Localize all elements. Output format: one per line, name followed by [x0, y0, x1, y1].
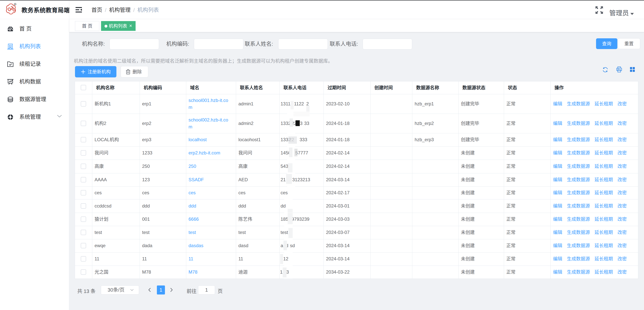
svg-text:R: R — [14, 3, 16, 5]
